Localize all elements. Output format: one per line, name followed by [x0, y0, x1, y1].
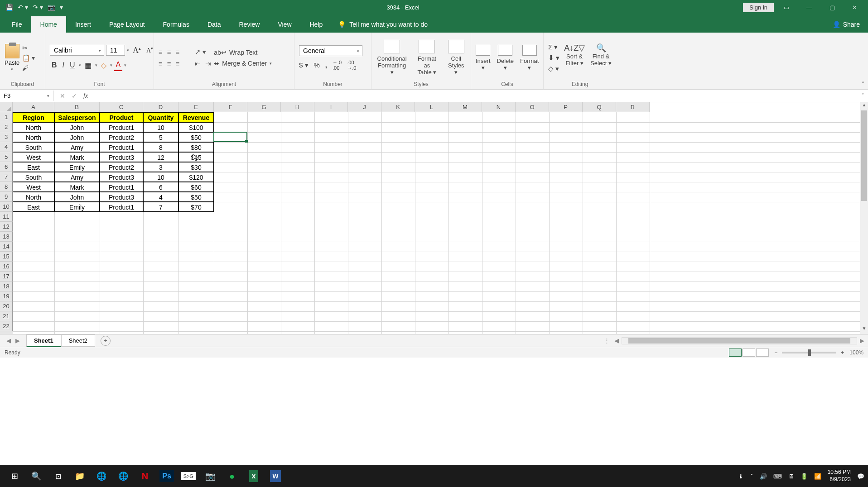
- row-header-10[interactable]: 10: [0, 202, 13, 212]
- name-box[interactable]: F3 ▾: [0, 91, 53, 101]
- data-cell[interactable]: Product1: [100, 142, 143, 152]
- sort-filter-button[interactable]: A↓Z▽ Sort & Filter ▾: [564, 43, 585, 73]
- data-cell[interactable]: Product2: [100, 162, 143, 172]
- insert-function-icon[interactable]: fx: [83, 92, 88, 100]
- column-header-L[interactable]: L: [415, 102, 448, 112]
- column-header-M[interactable]: M: [448, 102, 482, 112]
- data-cell[interactable]: 7: [143, 202, 178, 212]
- format-as-table-button[interactable]: Format as Table ▾: [414, 40, 439, 76]
- data-cell[interactable]: Product3: [100, 192, 143, 202]
- data-cell[interactable]: $120: [178, 172, 214, 182]
- close-icon[interactable]: ✕: [845, 1, 864, 14]
- column-header-B[interactable]: B: [54, 102, 100, 112]
- chrome-icon[interactable]: 🌐: [91, 465, 112, 487]
- data-cell[interactable]: South: [13, 142, 54, 152]
- data-cell[interactable]: $100: [178, 122, 214, 132]
- data-cell[interactable]: East: [13, 162, 54, 172]
- name-box-dropdown-icon[interactable]: ▾: [47, 94, 49, 98]
- enter-formula-icon[interactable]: ✓: [72, 92, 77, 100]
- scroll-right-icon[interactable]: ▶: [860, 337, 864, 344]
- bold-button[interactable]: B: [50, 60, 59, 70]
- data-cell[interactable]: $15: [178, 152, 214, 162]
- data-cell[interactable]: North: [13, 122, 54, 132]
- row-header-15[interactable]: 15: [0, 252, 13, 262]
- clear-icon[interactable]: ◇ ▾: [548, 65, 559, 73]
- page-layout-view-icon[interactable]: [743, 349, 755, 357]
- increase-decimal-icon[interactable]: ←.0.00: [333, 60, 342, 71]
- number-format-combo[interactable]: General▾: [299, 45, 362, 56]
- row-header-19[interactable]: 19: [0, 291, 13, 301]
- data-cell[interactable]: Emily: [54, 202, 100, 212]
- column-header-C[interactable]: C: [100, 102, 143, 112]
- vertical-scroll-thumb[interactable]: [861, 110, 867, 201]
- font-size-combo[interactable]: 11: [106, 45, 125, 56]
- column-header-I[interactable]: I: [314, 102, 348, 112]
- column-header-O[interactable]: O: [516, 102, 549, 112]
- column-header-A[interactable]: A: [13, 102, 54, 112]
- redo-icon[interactable]: ↷ ▾: [33, 4, 43, 11]
- vertical-scrollbar[interactable]: ▲ ▼: [860, 102, 868, 334]
- tray-clock[interactable]: 10:56 PM 6/9/2023: [828, 469, 851, 483]
- data-cell[interactable]: Mark: [54, 182, 100, 192]
- data-cell[interactable]: East: [13, 202, 54, 212]
- data-cell[interactable]: $30: [178, 162, 214, 172]
- row-header-17[interactable]: 17: [0, 272, 13, 282]
- data-cell[interactable]: Product2: [100, 132, 143, 142]
- undo-icon[interactable]: ↶ ▾: [18, 4, 28, 11]
- normal-view-icon[interactable]: [729, 349, 742, 357]
- instagram-icon[interactable]: 📷: [199, 465, 221, 487]
- underline-button[interactable]: U: [68, 60, 77, 70]
- align-right-icon[interactable]: ≡: [176, 60, 180, 68]
- merge-center-button[interactable]: ⬌Merge & Center ▾: [214, 60, 272, 67]
- sheet-nav-prev-icon[interactable]: ◀: [6, 337, 11, 344]
- font-color-icon[interactable]: A: [114, 60, 123, 71]
- row-header-20[interactable]: 20: [0, 301, 13, 311]
- column-header-J[interactable]: J: [348, 102, 381, 112]
- align-bottom-icon[interactable]: ≡: [176, 48, 180, 56]
- accounting-format-icon[interactable]: $ ▾: [299, 61, 309, 69]
- tab-page-layout[interactable]: Page Layout: [100, 16, 154, 33]
- excel-taskbar-icon[interactable]: x: [243, 465, 265, 487]
- cut-icon[interactable]: ✂: [22, 44, 35, 52]
- data-cell[interactable]: John: [54, 122, 100, 132]
- scroll-left-icon[interactable]: ◀: [614, 337, 619, 344]
- comma-format-icon[interactable]: ,: [325, 61, 327, 69]
- sign-in-button[interactable]: Sign in: [743, 3, 774, 12]
- column-header-F[interactable]: F: [214, 102, 247, 112]
- data-cell[interactable]: $70: [178, 202, 214, 212]
- data-cell[interactable]: 8: [143, 142, 178, 152]
- data-cell[interactable]: $60: [178, 182, 214, 192]
- chrome-icon-2[interactable]: 🌐: [112, 465, 134, 487]
- weather-tray-icon[interactable]: 🌡: [738, 473, 744, 480]
- data-cell[interactable]: 3: [143, 162, 178, 172]
- data-cell[interactable]: 4: [143, 192, 178, 202]
- conditional-formatting-button[interactable]: Conditional Formatting ▾: [376, 40, 408, 76]
- column-header-G[interactable]: G: [247, 102, 281, 112]
- column-header-R[interactable]: R: [616, 102, 650, 112]
- column-header-E[interactable]: E: [178, 102, 214, 112]
- row-header-9[interactable]: 9: [0, 192, 13, 202]
- row-header-7[interactable]: 7: [0, 172, 13, 182]
- insert-cells-button[interactable]: Insert▾: [476, 45, 491, 71]
- delete-cells-button[interactable]: Delete▾: [497, 45, 514, 71]
- data-cell[interactable]: 10: [143, 172, 178, 182]
- row-header-11[interactable]: 11: [0, 212, 13, 222]
- header-cell[interactable]: Revenue: [178, 112, 214, 122]
- data-cell[interactable]: Product1: [100, 122, 143, 132]
- tab-formulas[interactable]: Formulas: [154, 16, 198, 33]
- sheet-tab-1[interactable]: Sheet1: [26, 334, 61, 347]
- data-cell[interactable]: Amy: [54, 142, 100, 152]
- network-tray-icon[interactable]: 🖥: [788, 473, 794, 480]
- increase-indent-icon[interactable]: ⇥: [205, 60, 211, 68]
- cancel-formula-icon[interactable]: ✕: [60, 92, 65, 100]
- header-cell[interactable]: Quantity: [143, 112, 178, 122]
- decrease-indent-icon[interactable]: ⇤: [195, 60, 201, 68]
- data-cell[interactable]: West: [13, 152, 54, 162]
- row-header-3[interactable]: 3: [0, 132, 13, 142]
- cell-styles-button[interactable]: Cell Styles ▾: [446, 40, 466, 76]
- ribbon-display-icon[interactable]: ▭: [776, 1, 796, 14]
- save-icon[interactable]: 💾: [5, 4, 13, 11]
- horizontal-scrollbar[interactable]: [622, 337, 857, 344]
- tell-me-search[interactable]: 💡 Tell me what you want to do: [332, 16, 434, 33]
- tab-home[interactable]: Home: [31, 16, 66, 33]
